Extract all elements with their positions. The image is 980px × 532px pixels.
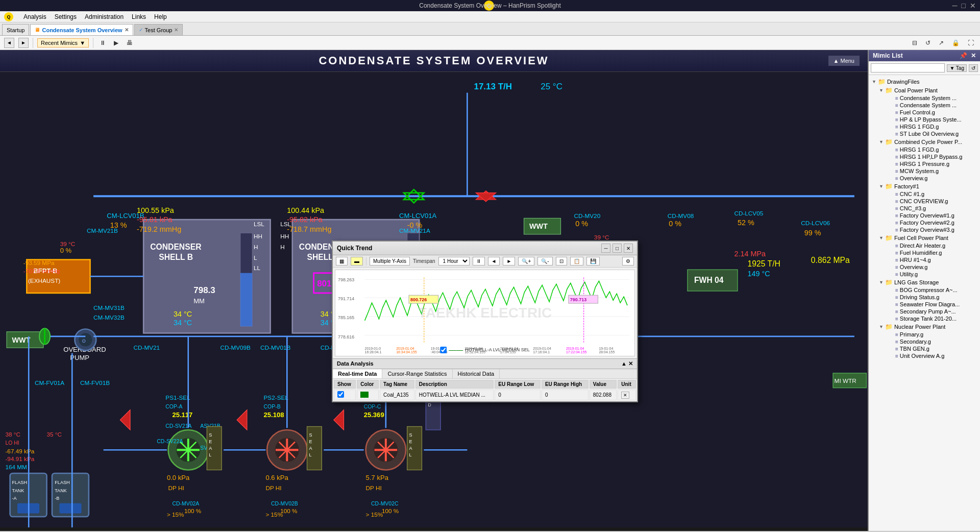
tree-item-fact3[interactable]: ≡Factory Overview#3.g	[885, 226, 978, 233]
restore-btn[interactable]: □	[962, 2, 966, 10]
tree-item-fuelcontrol[interactable]: ≡ Fuel Control.g	[885, 109, 978, 116]
tree-folder-drawingfiles-header[interactable]: ▼ 📁 DrawingFiles	[871, 78, 978, 86]
qt-zoom-reset[interactable]: ⊡	[556, 257, 567, 265]
tree-item-hplp[interactable]: ≡ HP & LP Bypass Syste...	[885, 116, 978, 123]
tree-folder-combined-header[interactable]: ▼ 📁 Combined Cycle Power P...	[878, 138, 978, 146]
qt-prev-btn[interactable]: ◄	[488, 257, 500, 265]
da-tab-historical[interactable]: Historical Data	[453, 369, 500, 378]
link-icon[interactable]: ↗	[937, 38, 946, 47]
tree-item-storage-tank[interactable]: ≡Storage Tank 201-20...	[885, 315, 978, 322]
tab-condensate[interactable]: 🖥 Condensate System Overview ✕	[30, 24, 133, 35]
tree-item-overviewfc[interactable]: ≡Overview.g	[885, 263, 978, 271]
qt-close[interactable]: ✕	[624, 244, 633, 253]
qt-export-btn[interactable]: 💾	[586, 257, 600, 265]
tree-item-tbn[interactable]: ≡TBN GEN.g	[885, 345, 978, 352]
menu-administration[interactable]: Administration	[85, 13, 124, 20]
lock-icon[interactable]: 🔒	[950, 38, 962, 47]
minimize-btn[interactable]: ─	[952, 2, 958, 10]
play-button[interactable]: ▶	[112, 38, 120, 47]
qt-multi-y[interactable]: Multiple Y-Axis	[370, 257, 410, 265]
qt-minimize[interactable]: ─	[601, 244, 610, 253]
tree-folder-fuelcell-header[interactable]: ▼ 📁 Fuel Cell Power Plant	[878, 234, 978, 242]
tree-item-secondary-pump[interactable]: ≡Secondary Pump A~...	[885, 308, 978, 315]
tree-item-driving[interactable]: ≡Driving Status.g	[885, 294, 978, 301]
legend-checkbox[interactable]	[440, 347, 447, 353]
ml-header-controls[interactable]: 📌 ✕	[960, 52, 976, 59]
tree-folder-nuclear-header[interactable]: ▼ 📁 Nuclear Power Plant	[878, 323, 978, 331]
qt-zoom-in[interactable]: 🔍+	[518, 257, 534, 265]
da-controls[interactable]: ▲ ✕	[621, 360, 633, 367]
menu-settings[interactable]: Settings	[55, 13, 77, 20]
monitor-icon[interactable]: ⊟	[910, 38, 919, 47]
tab-close-condensate[interactable]: ✕	[125, 27, 129, 33]
window-controls[interactable]: ─ □ ✕	[952, 2, 976, 10]
tree-folder-lng-header[interactable]: ▼ 📁 LNG Gas Storage	[878, 278, 978, 286]
tree-item-cnc1[interactable]: ≡CNC #1.g	[885, 190, 978, 198]
tree-item-bog[interactable]: ≡BOG Compressor A~...	[885, 286, 978, 294]
tab-startup[interactable]: Startup	[2, 24, 29, 35]
forward-button[interactable]: ►	[18, 38, 29, 48]
tree-item-condensate1[interactable]: ≡ Condensate System ...	[885, 94, 978, 102]
tree-item-unitoverview[interactable]: ≡Unit Overview A.g	[885, 352, 978, 359]
fi9: ≡	[895, 206, 898, 211]
close-btn[interactable]: ✕	[970, 2, 976, 10]
fullscreen-icon[interactable]: ⛶	[966, 38, 976, 47]
tree-item-cnc3[interactable]: ≡CNC_#3.g	[885, 205, 978, 212]
qt-restore[interactable]: □	[612, 244, 622, 253]
qt-line-btn[interactable]: ▬	[351, 257, 363, 265]
tree-folder-coal-header[interactable]: ▼ 📁 Coal Power Plant	[878, 86, 978, 94]
app-menu-icon[interactable]: Q	[4, 12, 13, 21]
ml-filter-btn[interactable]: ▼ Tag	[947, 64, 967, 72]
tree-item-hru[interactable]: ≡HRU #1~4.g	[885, 256, 978, 263]
svg-text:PS2-SEL: PS2-SEL	[264, 394, 289, 401]
svg-text:1925 T/H: 1925 T/H	[748, 259, 780, 268]
tree-item-hrsg1fgd2[interactable]: ≡ HRSG 1 FGD.g	[885, 146, 978, 153]
qt-window-controls[interactable]: ─ □ ✕	[601, 244, 633, 253]
tree-item-hrsg1hplp[interactable]: ≡ HRSG 1 HP,LP Bypass.g	[885, 153, 978, 160]
table-row[interactable]: Coal_A135 HOTWELL-A LVL MEDIAN ... 0 0 8…	[334, 390, 636, 400]
ml-search-input[interactable]	[871, 63, 945, 72]
tree-item-condensate2[interactable]: ≡ Condensate System ...	[885, 102, 978, 109]
qt-settings-btn[interactable]: ⚙	[622, 257, 634, 265]
print-button[interactable]: 🖶	[125, 38, 135, 47]
tree-item-hrsg1pressure[interactable]: ≡ HRSG 1 Pressure.g	[885, 160, 978, 167]
tree-item-seawater[interactable]: ≡Seawater Flow Diagra...	[885, 301, 978, 308]
pause-button[interactable]: ⏸	[97, 38, 108, 47]
tree-item-stlube[interactable]: ≡ ST Lube Oil Overview.g	[885, 130, 978, 137]
qt-timespan-select[interactable]: 1 Hour	[438, 257, 470, 265]
tree-item-hrsg1fgd[interactable]: ≡ HRSG 1 FGD.g	[885, 123, 978, 130]
menu-help[interactable]: Help	[154, 13, 167, 20]
tree-item-cncover[interactable]: ≡CNC OVERVIEW.g	[885, 198, 978, 205]
cell-show[interactable]	[334, 390, 356, 400]
ml-close-icon[interactable]: ✕	[971, 52, 976, 59]
qt-grid-btn[interactable]: ▦	[336, 257, 348, 265]
tree-folder-factory-header[interactable]: ▼ 📁 Factory#1	[878, 182, 978, 190]
qt-next-btn[interactable]: ►	[503, 257, 515, 265]
delete-row-btn[interactable]: ✕	[621, 392, 629, 399]
da-tab-cursor[interactable]: Cursor-Range Statistics	[382, 369, 452, 378]
tree-item-fact1[interactable]: ≡Factory Overview#1.g	[885, 212, 978, 219]
refresh-icon[interactable]: ↺	[923, 38, 933, 47]
tree-item-overview-cc[interactable]: ≡ Overview.g	[885, 175, 978, 182]
qt-pause-btn[interactable]: ⏸	[473, 257, 485, 265]
menu-links[interactable]: Links	[132, 13, 146, 20]
menu-button[interactable]: ▲ Menu	[828, 56, 860, 66]
tree-item-directair[interactable]: ≡Direct Air Heater.g	[885, 242, 978, 249]
tree-item-utility[interactable]: ≡Utility.g	[885, 271, 978, 278]
tree-item-mcw[interactable]: ≡ MCW System.g	[885, 167, 978, 175]
tree-item-primary[interactable]: ≡Primary.g	[885, 331, 978, 338]
back-button[interactable]: ◄	[4, 38, 14, 48]
tree-item-secondary[interactable]: ≡Secondary.g	[885, 338, 978, 345]
recent-mimics-button[interactable]: Recent Mimics ▼	[37, 38, 89, 47]
tab-close-testgroup[interactable]: ✕	[174, 27, 178, 33]
tree-item-fact2[interactable]: ≡Factory Overview#2.g	[885, 219, 978, 226]
ml-pin-icon[interactable]: 📌	[960, 52, 967, 59]
ml-refresh-btn[interactable]: ↺	[969, 64, 978, 72]
menu-analysis[interactable]: Analysis	[23, 13, 46, 20]
tree-item-fuelhumid[interactable]: ≡Fuel Humidifier.g	[885, 249, 978, 256]
tree-folder-combined: ▼ 📁 Combined Cycle Power P... ≡ HRSG 1 F…	[878, 138, 978, 182]
tab-testgroup[interactable]: ✓ Test Group ✕	[134, 24, 183, 35]
da-tab-realtime[interactable]: Real-time Data	[333, 369, 382, 378]
qt-copy-btn[interactable]: 📋	[570, 257, 583, 265]
qt-zoom-out[interactable]: 🔍-	[537, 257, 552, 265]
